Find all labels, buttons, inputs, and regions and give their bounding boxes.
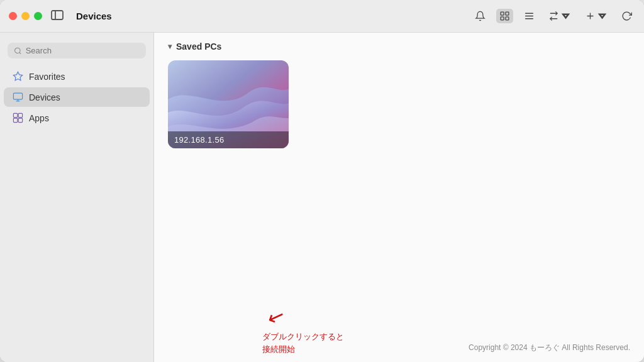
sidebar-item-devices[interactable]: Devices (4, 87, 150, 107)
copyright-text: Copyright © 2024 もーろぐ All Rights Reserve… (469, 343, 630, 352)
section-title: ▾ Saved PCs (168, 41, 630, 52)
svg-rect-20 (18, 113, 22, 117)
traffic-lights (9, 12, 42, 20)
main-header: ▾ Saved PCs (154, 33, 644, 58)
search-box[interactable] (8, 43, 146, 58)
refresh-button[interactable] (618, 9, 635, 23)
devices-grid: 192.168.1.56 ↗ ダブルクリックすると 接続開始 (154, 58, 644, 336)
svg-line-14 (19, 52, 21, 53)
svg-rect-0 (52, 11, 63, 19)
app-window: Devices (0, 0, 644, 362)
window-title: Devices (64, 11, 472, 21)
footer: Copyright © 2024 もーろぐ All Rights Reserve… (154, 336, 644, 362)
search-container (0, 39, 153, 66)
content-area: Favorites Devices Apps (0, 33, 644, 362)
maximize-button[interactable] (34, 12, 42, 20)
search-icon (14, 47, 22, 55)
apps-icon (13, 112, 23, 123)
apps-label: Apps (29, 113, 49, 123)
list-view-button[interactable] (521, 9, 538, 23)
svg-rect-21 (13, 118, 17, 122)
section-chevron: ▾ (168, 42, 172, 51)
pc-card-label: 192.168.1.56 (168, 131, 289, 148)
svg-rect-22 (18, 118, 22, 122)
sidebar-toggle-button[interactable] (51, 10, 64, 23)
svg-point-13 (15, 48, 20, 53)
titlebar: Devices (0, 0, 644, 33)
favorites-label: Favorites (29, 72, 65, 82)
devices-label: Devices (29, 92, 60, 102)
notifications-button[interactable] (472, 9, 489, 23)
svg-rect-2 (501, 12, 504, 15)
star-icon (13, 71, 23, 82)
svg-rect-3 (506, 12, 509, 15)
minimize-button[interactable] (21, 12, 30, 20)
pc-card[interactable]: 192.168.1.56 (168, 60, 289, 148)
grid-view-button[interactable] (496, 9, 513, 23)
toolbar-actions (472, 9, 635, 23)
sidebar-item-favorites[interactable]: Favorites (4, 67, 150, 86)
close-button[interactable] (9, 12, 17, 20)
annotation-arrow-icon: ↗ (264, 305, 287, 330)
sort-button[interactable] (545, 9, 574, 23)
sidebar-item-apps[interactable]: Apps (4, 108, 150, 128)
section-title-text: Saved PCs (176, 41, 221, 52)
svg-rect-19 (13, 113, 17, 117)
main-panel: ▾ Saved PCs (154, 33, 644, 362)
add-button[interactable] (582, 9, 611, 23)
search-input[interactable] (26, 46, 140, 55)
monitor-icon (13, 92, 23, 102)
sidebar: Favorites Devices Apps (0, 33, 154, 362)
svg-rect-16 (13, 93, 22, 99)
svg-rect-4 (501, 17, 504, 20)
svg-marker-15 (13, 72, 22, 80)
svg-rect-5 (506, 17, 509, 20)
